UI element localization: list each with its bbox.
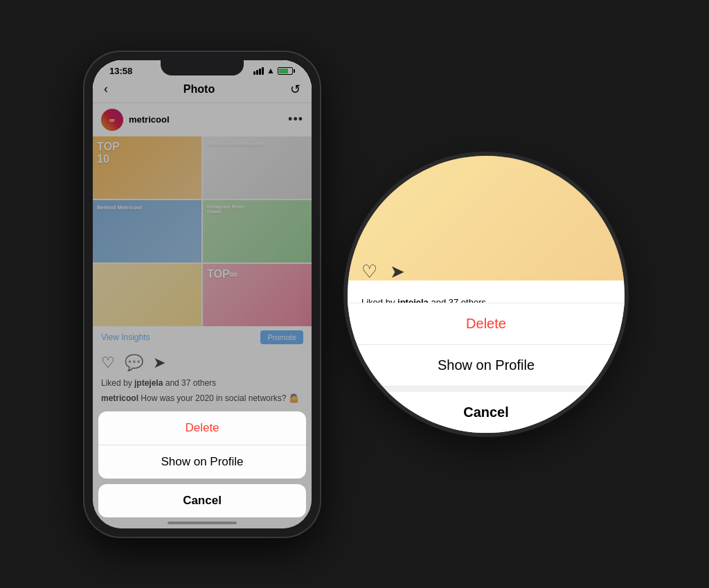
phone-screen: 13:58 ▲ bbox=[93, 60, 312, 528]
action-sheet: Delete Show on Profile Cancel bbox=[93, 411, 312, 528]
magnify-stats: ○ 106 ◇ 19 bbox=[584, 163, 604, 180]
phone-notch bbox=[161, 60, 244, 75]
action-sheet-card: Delete Show on Profile bbox=[98, 411, 306, 479]
magnify-cancel-button[interactable]: Cancel bbox=[348, 392, 625, 433]
magnify-action-sheet: Delete Show on Profile Cancel bbox=[348, 303, 625, 433]
show-on-profile-button[interactable]: Show on Profile bbox=[98, 445, 306, 479]
magnify-sheet-separator bbox=[348, 386, 625, 392]
cancel-button[interactable]: Cancel bbox=[98, 484, 306, 517]
phone-mockup: 13:58 ▲ bbox=[84, 52, 320, 537]
magnify-send-icon: ➤ bbox=[390, 261, 405, 283]
magnify-like-icon: ♡ bbox=[361, 261, 377, 283]
magnified-view: ○ 106 ◇ 19 ♡ ➤ Liked by jptejela and 37 … bbox=[348, 156, 625, 433]
action-sheet-overlay: Delete Show on Profile Cancel bbox=[93, 60, 312, 528]
home-indicator bbox=[168, 522, 237, 524]
magnify-show-on-profile-button[interactable]: Show on Profile bbox=[348, 345, 625, 386]
magnify-delete-button[interactable]: Delete bbox=[348, 303, 625, 345]
magnify-action-icons: ♡ ➤ bbox=[361, 261, 405, 283]
delete-button[interactable]: Delete bbox=[98, 411, 306, 445]
